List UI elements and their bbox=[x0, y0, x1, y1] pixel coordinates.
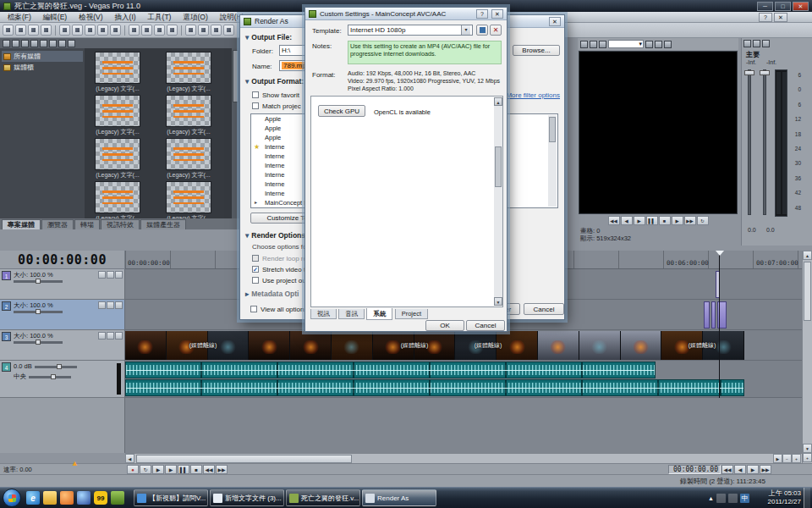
video-event-small[interactable] bbox=[711, 301, 716, 329]
media-thumbnail[interactable] bbox=[166, 181, 211, 213]
template-combobox[interactable]: Internet HD 1080p ▾ bbox=[348, 25, 473, 36]
restore-button[interactable]: □ bbox=[775, 2, 791, 11]
timeline-vertical-scrollbar[interactable]: ▲ ▼ + bbox=[802, 251, 812, 463]
tab-video[interactable]: 視訊 bbox=[310, 309, 337, 319]
get-photo-icon[interactable] bbox=[30, 40, 38, 47]
open-project-icon[interactable] bbox=[15, 25, 26, 36]
scrollbar-thumb[interactable] bbox=[804, 262, 811, 321]
scrollbar-thumb[interactable] bbox=[549, 117, 556, 142]
taskbar-button-render-as[interactable]: Render As bbox=[362, 489, 436, 506]
copy-snapshot-icon[interactable] bbox=[655, 41, 662, 48]
split-screen-icon[interactable] bbox=[599, 41, 606, 48]
loop-playback-button[interactable]: ↻ bbox=[140, 465, 151, 474]
playhead-cursor[interactable] bbox=[719, 251, 720, 398]
import-media-icon[interactable] bbox=[3, 40, 10, 47]
save-snapshot-icon[interactable] bbox=[664, 41, 672, 48]
scrollbar-thumb[interactable] bbox=[136, 455, 352, 463]
tab-media-generators[interactable]: 媒體產生器 bbox=[140, 219, 186, 229]
video-clip-frame[interactable] bbox=[125, 331, 167, 360]
start-button[interactable] bbox=[3, 489, 21, 507]
video-clip-frame[interactable] bbox=[579, 331, 621, 360]
insert-fx-icon[interactable] bbox=[753, 40, 760, 47]
solo-icon[interactable] bbox=[107, 271, 114, 279]
section-arrow-icon[interactable]: ▾ bbox=[245, 231, 249, 240]
media-thumbnail[interactable] bbox=[95, 181, 140, 213]
snapping-icon[interactable] bbox=[129, 25, 140, 36]
messenger-icon[interactable] bbox=[77, 491, 91, 505]
track-level-slider[interactable] bbox=[14, 341, 63, 344]
media-thumbnail[interactable] bbox=[166, 95, 211, 127]
menu-insert[interactable]: 插入(I) bbox=[109, 12, 142, 22]
playhead-marker[interactable] bbox=[716, 251, 724, 256]
media-thumbnail[interactable] bbox=[95, 52, 140, 84]
tree-item-all-media[interactable]: 所有媒體 bbox=[2, 51, 83, 62]
track-number-chip[interactable]: 4 bbox=[2, 362, 11, 372]
play-button[interactable]: ▶ bbox=[165, 465, 177, 474]
menu-view[interactable]: 檢視(V) bbox=[73, 12, 108, 22]
dock-close-button[interactable]: ✕ bbox=[774, 13, 787, 22]
paste-icon[interactable] bbox=[85, 25, 96, 36]
pan-slider[interactable] bbox=[29, 376, 71, 378]
timeline-zoom-in-button[interactable]: + bbox=[792, 454, 801, 463]
taskbar-clock[interactable]: 上午 05:03 2011/12/27 bbox=[752, 489, 801, 506]
media-thumbnail[interactable] bbox=[95, 138, 140, 170]
zoom-edit-tool-icon[interactable] bbox=[223, 25, 234, 36]
scroll-down-button[interactable]: ▼ bbox=[803, 444, 812, 453]
vegas-quicklaunch-icon[interactable] bbox=[111, 491, 124, 505]
track-fx-icon[interactable] bbox=[115, 301, 123, 309]
show-favorites-checkbox[interactable] bbox=[252, 91, 259, 98]
scroll-left-button[interactable]: ◀ bbox=[125, 454, 134, 463]
video-clip-frame[interactable] bbox=[538, 331, 579, 360]
preview-next-frame-button[interactable]: ▶ bbox=[672, 216, 683, 225]
next-frame-button[interactable]: ▶ bbox=[747, 465, 759, 474]
track-number-chip[interactable]: 1 bbox=[2, 271, 11, 280]
fader-handle[interactable] bbox=[744, 70, 754, 75]
section-arrow-icon[interactable]: ▸ bbox=[245, 290, 249, 298]
render-cancel-button[interactable]: Cancel bbox=[524, 303, 564, 315]
qq-badge-icon[interactable]: 99 bbox=[94, 491, 107, 505]
copy-icon[interactable] bbox=[72, 25, 83, 36]
go-to-start-button[interactable]: ◀◀ bbox=[203, 465, 215, 474]
track-header-2[interactable]: 2 大小: 100.0 % bbox=[0, 300, 125, 330]
scroll-right-button[interactable]: ▶ bbox=[773, 454, 782, 463]
check-gpu-button[interactable]: Check GPU bbox=[318, 105, 365, 117]
video-clip-frame[interactable] bbox=[621, 331, 662, 360]
track-header-1[interactable]: 1 大小: 100.0 % bbox=[0, 269, 125, 300]
browse-button[interactable]: Browse... bbox=[513, 45, 560, 56]
cursor-time-display[interactable]: 00:00:00.00 bbox=[668, 465, 721, 474]
scrollbar-thumb[interactable] bbox=[495, 146, 502, 187]
audio-event-left-channel[interactable] bbox=[125, 362, 656, 378]
media-fx-icon[interactable] bbox=[49, 40, 57, 47]
audio-event-right-channel[interactable] bbox=[125, 379, 744, 396]
section-arrow-icon[interactable]: ▾ bbox=[245, 33, 249, 41]
view-all-options-checkbox[interactable] bbox=[250, 306, 257, 312]
track-zoom-in-button[interactable]: + bbox=[803, 453, 812, 462]
prev-frame-button[interactable]: ◀ bbox=[734, 465, 746, 474]
volume-slider[interactable] bbox=[35, 366, 77, 368]
custom-settings-title-bar[interactable]: Custom Settings - MainConcept AVC/AAC ? … bbox=[305, 8, 507, 20]
taskbar-button-forum[interactable]: 【新視聽】請問V... bbox=[134, 489, 208, 506]
preview-prev-frame-button[interactable]: ◀ bbox=[621, 216, 633, 225]
tray-volume-icon[interactable] bbox=[728, 494, 738, 503]
record-button[interactable]: ● bbox=[127, 465, 139, 474]
normal-edit-tool-icon[interactable] bbox=[185, 25, 196, 36]
stop-button[interactable]: ■ bbox=[190, 465, 202, 474]
scroll-down-button[interactable]: ▼ bbox=[494, 297, 502, 306]
project-video-properties-icon[interactable] bbox=[580, 41, 588, 48]
media-thumbnail[interactable] bbox=[166, 52, 211, 84]
close-button[interactable]: ✕ bbox=[793, 2, 809, 11]
prev-marker-button[interactable]: ◀◀ bbox=[721, 465, 733, 474]
mute-icon[interactable] bbox=[98, 301, 106, 309]
minimize-button[interactable]: ─ bbox=[757, 2, 773, 11]
media-grid-scrollbar[interactable] bbox=[232, 48, 239, 218]
custom-settings-close-button[interactable]: ✕ bbox=[491, 9, 503, 19]
video-clip-frame[interactable] bbox=[332, 331, 373, 360]
preview-fx-icon[interactable] bbox=[590, 41, 597, 48]
preview-pause-button[interactable]: ▌▌ bbox=[646, 216, 658, 225]
expander-icon[interactable]: ▸ bbox=[255, 198, 257, 207]
project-properties-icon[interactable] bbox=[41, 25, 52, 36]
views-icon[interactable] bbox=[68, 40, 75, 47]
pause-button[interactable]: ▌▌ bbox=[178, 465, 189, 474]
taskbar-button-vegas[interactable]: 死亡之翼的發狂.v... bbox=[286, 489, 360, 506]
new-project-icon[interactable] bbox=[3, 25, 14, 36]
